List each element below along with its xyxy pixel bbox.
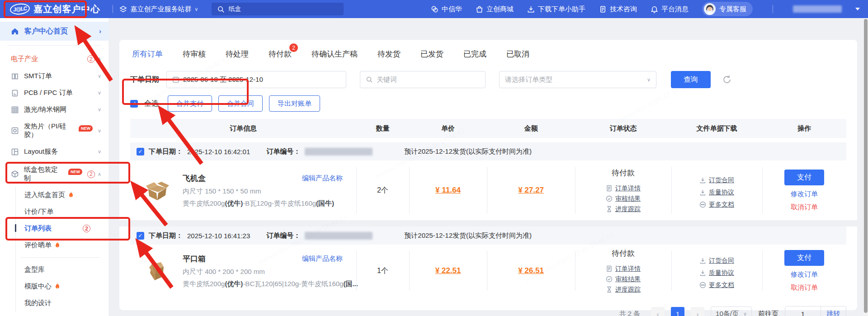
merge-contract-button[interactable]: 合并合同: [218, 95, 263, 112]
sidebar-item-heater-film[interactable]: 发热片（PI/硅胶） NEW ∨: [0, 118, 108, 143]
more-documents-link[interactable]: 更多文档: [699, 201, 734, 209]
search-input[interactable]: 纸盒: [212, 3, 344, 15]
cancel-order-link[interactable]: 取消订单: [791, 203, 818, 212]
sidebar-group-carton[interactable]: 纸盒包装定制 NEW 2 ∧: [0, 160, 108, 187]
current-page[interactable]: 1: [671, 307, 684, 316]
sidebar-item-home[interactable]: 客户中心首页 ›: [0, 22, 108, 41]
cancel-order-link[interactable]: 取消订单: [791, 283, 818, 292]
order-eta: 预计2025-12-12发货(以实际支付时间为准): [404, 231, 532, 240]
tab-pending-payment[interactable]: 待付款 2: [269, 49, 292, 62]
actions-cell: 支付 修改订单 取消订单: [762, 160, 846, 220]
chevron-down-icon: ∨: [98, 128, 101, 134]
goto-page-input[interactable]: 1: [785, 310, 821, 316]
chevron-down-icon: ∨: [98, 107, 101, 113]
next-page-button[interactable]: ›: [691, 307, 704, 316]
jump-button[interactable]: 跳转: [821, 307, 846, 316]
purchase-contract-link[interactable]: 订货合同: [699, 176, 734, 184]
scrollbar-track[interactable]: [863, 18, 868, 316]
quality-agreement-link[interactable]: 质量协议: [699, 269, 734, 277]
col-actions: 操作: [762, 124, 846, 133]
pay-button[interactable]: 支付: [784, 250, 824, 266]
sidebar-item-stencil[interactable]: 激光/纳米钢网 ∨: [0, 101, 108, 118]
edit-product-name-link[interactable]: 编辑产品名称: [302, 174, 343, 183]
modify-order-link[interactable]: 修改订单: [791, 270, 818, 279]
shopping-bag-icon: [476, 5, 483, 13]
quality-agreement-link[interactable]: 质量协议: [699, 189, 734, 197]
tab-pending-review[interactable]: 待审核: [183, 49, 206, 62]
tab-pending-process[interactable]: 待处理: [226, 49, 249, 62]
order-detail-link[interactable]: 订单详情: [606, 265, 641, 273]
date-range-input[interactable]: 2025-06-10 至 2025-12-10: [166, 71, 346, 88]
chevron-down-icon: ∨: [98, 90, 101, 96]
tab-pending-ship[interactable]: 待发货: [377, 49, 401, 62]
nav-download-helper[interactable]: 下载下单小助手: [527, 5, 585, 14]
nav-zhongxinhua[interactable]: 中信华: [431, 5, 462, 14]
progress-track-link[interactable]: 进度跟踪: [606, 205, 641, 213]
progress-track-link[interactable]: 进度跟踪: [606, 286, 641, 294]
sidebar-item-smt-orders[interactable]: SMT订单 ∨: [0, 68, 108, 85]
sidebar-item-template-center[interactable]: 模版中心: [16, 278, 108, 295]
pay-button[interactable]: 支付: [784, 170, 824, 185]
order-checkbox[interactable]: ✓: [137, 232, 144, 240]
amount-link[interactable]: ¥ 27.27: [518, 186, 544, 195]
product-size: 内尺寸 400 * 200 * 200 mm: [183, 268, 354, 276]
sidebar-item-reviews[interactable]: 评价晒单: [16, 237, 108, 254]
order-type-select[interactable]: 请选择订单类型 ∨: [499, 71, 656, 88]
prev-page-button[interactable]: ‹: [651, 307, 665, 316]
pcb-icon: [11, 89, 19, 97]
nav-tech-support[interactable]: 技术咨询: [599, 5, 637, 14]
modify-order-link[interactable]: 修改订单: [791, 190, 818, 198]
product-thumbnail[interactable]: [145, 177, 171, 203]
review-result-link[interactable]: 审核结果: [606, 195, 641, 203]
tab-shipped[interactable]: 已发货: [420, 49, 443, 62]
export-statement-button[interactable]: 导出对账单: [269, 95, 320, 112]
more-documents-link[interactable]: 更多文档: [699, 281, 734, 289]
order-list-panel: 所有订单 待审核 待处理 待付款 2 待确认生产稿 待发货 已发货 已完成 已取…: [119, 40, 857, 310]
count-badge: 2: [87, 170, 95, 178]
scrollbar-thumb[interactable]: [864, 19, 868, 313]
divider: [7, 45, 101, 46]
sidebar-item-carton-home[interactable]: 进入纸盒首页: [16, 187, 108, 203]
topbar: J@LC 嘉立创客户中心 嘉立创产业服务站群 ∨ 纸盒 中信华 立创商城: [0, 0, 868, 18]
amount-cell: ¥ 26.51: [487, 245, 575, 297]
account-name-redacted[interactable]: [793, 5, 842, 13]
search-button[interactable]: 查询: [671, 71, 711, 88]
service-label: 专属客服: [719, 5, 746, 14]
order-header-row: ✓ 下单日期： 2025-12-10 16:41:23 订单编号： 预计2025…: [130, 226, 846, 245]
order-detail-link[interactable]: 订单详情: [606, 184, 641, 193]
sidebar-item-my-designs[interactable]: 我的设计: [16, 295, 108, 311]
purchase-contract-link[interactable]: 订货合同: [699, 257, 734, 265]
nav-platform-messages[interactable]: 平台消息: [651, 5, 689, 14]
dedicated-service-button[interactable]: 专属客服: [702, 2, 753, 16]
keyword-input[interactable]: 关键词: [360, 71, 486, 88]
app-logo[interactable]: J@LC 嘉立创客户中心: [0, 3, 106, 15]
edit-product-name-link[interactable]: 编辑产品名称: [302, 255, 343, 263]
merge-pay-button[interactable]: 合并支付: [168, 95, 212, 112]
box-icon: [11, 170, 19, 178]
review-result-link[interactable]: 审核结果: [606, 275, 641, 283]
sidebar-item-layout-service[interactable]: Layout服务 ∨: [0, 143, 108, 160]
site-group-menu[interactable]: 嘉立创产业服务站群 ∨: [119, 5, 198, 14]
tab-completed[interactable]: 已完成: [463, 49, 486, 62]
date-filter-label: 下单日期: [130, 75, 159, 85]
page-size-select[interactable]: 10条/页 ∨: [711, 307, 752, 316]
select-all-checkbox[interactable]: ✓: [130, 100, 138, 108]
sidebar-item-box-library[interactable]: 盒型库: [16, 261, 108, 278]
tab-confirm-artwork[interactable]: 待确认生产稿: [311, 49, 358, 62]
sidebar-item-order-list[interactable]: 订单列表 2: [16, 220, 108, 237]
sidebar-item-pcb-fpc-orders[interactable]: PCB / FPC 订单 ∨: [0, 85, 108, 101]
tab-all-orders[interactable]: 所有订单: [132, 49, 163, 62]
unit-price-link[interactable]: ¥ 22.51: [435, 266, 461, 275]
tab-cancelled[interactable]: 已取消: [506, 49, 529, 62]
product-thumbnail[interactable]: [145, 258, 171, 284]
order-checkbox[interactable]: ✓: [137, 148, 144, 156]
sidebar-item-quote-order[interactable]: 计价/下单: [16, 203, 108, 220]
nav-mall[interactable]: 立创商城: [476, 5, 514, 14]
unit-price-link[interactable]: ¥ 11.64: [435, 186, 461, 195]
product-name: 飞机盒: [183, 173, 206, 184]
refresh-icon[interactable]: [722, 74, 732, 85]
amount-link[interactable]: ¥ 26.51: [518, 266, 544, 275]
sidebar-group-electronics[interactable]: 电子产业 2 ∧: [0, 50, 108, 68]
account-caret-icon[interactable]: [855, 8, 860, 10]
page-size-value: 10条/页: [716, 310, 739, 316]
